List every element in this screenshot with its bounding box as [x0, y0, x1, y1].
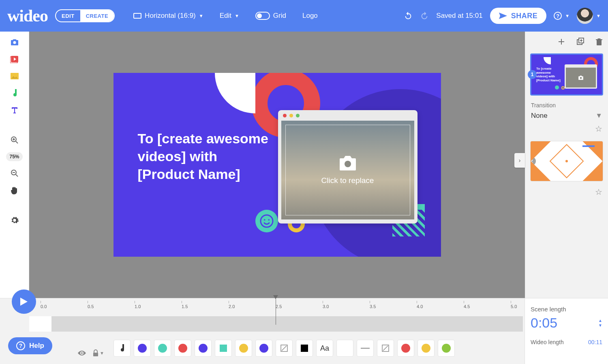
- svg-rect-0: [134, 13, 141, 18]
- play-button[interactable]: [12, 289, 36, 314]
- favorite-toggle[interactable]: ☆: [595, 187, 602, 197]
- transition-select[interactable]: None ▼: [531, 112, 602, 120]
- svg-point-14: [268, 219, 270, 221]
- svg-point-1: [13, 41, 16, 44]
- aspect-ratio-dropdown[interactable]: Horizontal (16:9) ▼: [133, 12, 203, 20]
- zoom-out[interactable]: [10, 168, 19, 178]
- switch-icon: [255, 12, 270, 20]
- visibility-icon[interactable]: [77, 350, 87, 356]
- timeline-object[interactable]: [438, 340, 455, 357]
- timeline-object[interactable]: [134, 340, 151, 357]
- logo-button[interactable]: Logo: [302, 12, 318, 20]
- share-button[interactable]: SHARE: [490, 8, 547, 24]
- video-tool[interactable]: [10, 54, 19, 64]
- audio-tool[interactable]: [10, 88, 19, 98]
- image-placeholder-frame[interactable]: Click to replace: [278, 110, 417, 224]
- mini-browser-icon: [565, 64, 597, 89]
- wideo-length-label: Wideo length: [531, 339, 564, 345]
- timeline-object[interactable]: [276, 340, 293, 357]
- lock-icon: [92, 349, 99, 357]
- timeline-object[interactable]: [357, 340, 374, 357]
- undo-icon[interactable]: [404, 11, 413, 20]
- send-icon: [499, 13, 507, 19]
- camera-tool[interactable]: [10, 37, 19, 47]
- ruler-tick: 0.0: [41, 301, 47, 309]
- timeline-object[interactable]: [417, 340, 435, 357]
- timeline-panel: 0.00.51.01.52.02.53.03.54.04.55.0 ▼ Aa S…: [0, 298, 608, 364]
- scenes-panel: 1 To [create awesome videos] with [Produ…: [525, 32, 608, 298]
- timeline-object[interactable]: [235, 340, 252, 357]
- scene-thumbnail-1[interactable]: 1 To [create awesome videos] with [Produ…: [530, 53, 603, 96]
- play-icon: [20, 298, 28, 306]
- ruler-tick: 5.0: [511, 301, 517, 309]
- question-icon: ?: [554, 12, 562, 20]
- grid-toggle[interactable]: Grid: [255, 12, 286, 20]
- delete-scene-icon[interactable]: [596, 38, 602, 46]
- svg-point-23: [81, 352, 83, 354]
- pan-tool[interactable]: [10, 185, 19, 195]
- timeline-object[interactable]: Aa: [316, 340, 333, 357]
- scene-length-value: 0:05: [531, 315, 557, 331]
- timeline-object[interactable]: [296, 340, 313, 357]
- slide[interactable]: To [create awesome videos] with [Product…: [113, 73, 441, 257]
- favorite-toggle[interactable]: ☆: [595, 124, 602, 134]
- duplicate-scene-icon[interactable]: [576, 38, 584, 46]
- timeline-object[interactable]: [397, 340, 414, 357]
- settings-tool[interactable]: [10, 215, 19, 225]
- timeline-clip[interactable]: [29, 316, 51, 332]
- avatar-icon: [577, 8, 593, 24]
- timeline-ruler[interactable]: 0.00.51.01.52.02.53.03.54.04.55.0: [41, 301, 523, 312]
- objects-row: Aa: [113, 340, 523, 357]
- timeline-object[interactable]: [113, 340, 131, 357]
- decoration-shape: [215, 73, 255, 113]
- panel-collapse-toggle[interactable]: ›: [514, 153, 525, 168]
- text-tool[interactable]: [10, 105, 19, 115]
- timeline-object[interactable]: [154, 340, 171, 357]
- timeline-track[interactable]: [29, 316, 523, 332]
- add-scene-icon[interactable]: [558, 38, 565, 45]
- timeline-object[interactable]: [377, 340, 394, 357]
- canvas-area[interactable]: To [create awesome videos] with [Product…: [29, 32, 525, 298]
- mode-toggle[interactable]: EDIT CREATE: [55, 9, 115, 22]
- window-controls: [278, 110, 417, 121]
- image-drop-zone[interactable]: Click to replace: [281, 121, 414, 219]
- ruler-tick: 0.5: [88, 301, 94, 309]
- svg-line-6: [16, 141, 18, 143]
- timeline-info: Scene length 0:05 ▲▼ Wideo length 00:11: [525, 298, 608, 364]
- replace-label: Click to replace: [321, 176, 374, 185]
- left-toolbar: 75%: [0, 32, 29, 298]
- timeline-object[interactable]: [255, 340, 272, 357]
- svg-point-12: [261, 215, 273, 227]
- timeline-object[interactable]: [336, 340, 353, 357]
- edit-menu[interactable]: Edit ▼: [220, 12, 239, 20]
- dropdown-icon: ▼: [595, 112, 602, 120]
- mode-create[interactable]: CREATE: [80, 10, 114, 21]
- mode-edit[interactable]: EDIT: [56, 10, 80, 21]
- timeline-object[interactable]: [174, 340, 191, 357]
- svg-line-10: [16, 175, 18, 177]
- camera-icon: [338, 155, 358, 171]
- smiley-icon: [255, 210, 278, 232]
- lock-dropdown[interactable]: ▼: [92, 349, 104, 357]
- slide-headline[interactable]: To [create awesome videos] with [Product…: [138, 130, 272, 183]
- scene-length-label: Scene length: [531, 306, 602, 313]
- account-menu[interactable]: ▼: [577, 8, 601, 24]
- ruler-tick: 3.5: [370, 301, 376, 309]
- topbar: wideo EDIT CREATE Horizontal (16:9) ▼ Ed…: [0, 0, 608, 32]
- thumb-pattern: [531, 141, 603, 181]
- ruler-tick: 3.0: [323, 301, 329, 309]
- scene-thumbnail-2[interactable]: 2: [530, 141, 603, 181]
- timeline-object[interactable]: [215, 340, 232, 357]
- question-icon: ?: [16, 341, 25, 350]
- zoom-in[interactable]: [10, 135, 19, 145]
- zoom-level[interactable]: 75%: [6, 152, 22, 161]
- svg-point-15: [345, 161, 351, 167]
- length-stepper[interactable]: ▲▼: [598, 319, 602, 328]
- ruler-tick: 1.0: [135, 301, 141, 309]
- image-tool[interactable]: [10, 71, 19, 81]
- help-dropdown[interactable]: ? ▼: [554, 12, 569, 20]
- playhead[interactable]: [276, 299, 276, 325]
- timeline-object[interactable]: [195, 340, 212, 357]
- help-button[interactable]: ? Help: [8, 337, 52, 354]
- redo-icon[interactable]: [420, 11, 429, 20]
